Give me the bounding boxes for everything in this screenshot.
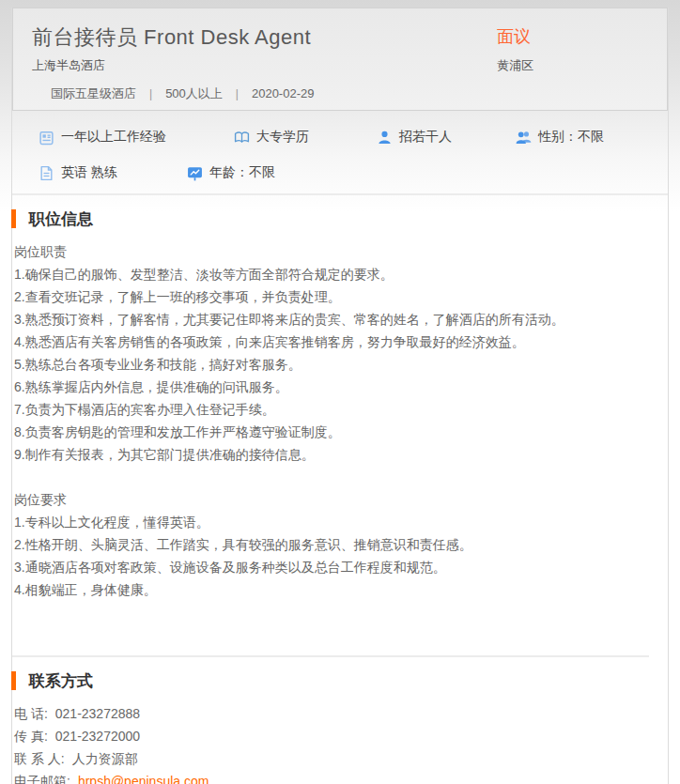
- requirement-line: 2.性格开朗、头脑灵活、工作踏实，具有较强的服务意识、推销意识和责任感。: [14, 533, 668, 556]
- section-title-text: 联系方式: [29, 670, 93, 692]
- language-icon: [39, 165, 54, 181]
- tag-row-2: 英语 熟练 年龄：不限: [39, 161, 668, 185]
- contact-person-value: 人力资源部: [72, 751, 138, 766]
- tag-gender: 性别：不限: [516, 129, 604, 146]
- duty-line: 8.负责客房钥匙的管理和发放工作并严格遵守验证制度。: [14, 421, 668, 443]
- post-date: 2020-02-29: [252, 86, 315, 100]
- blank-line: [14, 466, 668, 488]
- duty-line: 9.制作有关报表，为其它部门提供准确的接待信息。: [14, 443, 668, 466]
- company-size: 500人以上: [165, 86, 223, 100]
- requirements-heading: 岗位要求: [14, 488, 668, 511]
- fax-value: 021-23272000: [55, 729, 140, 744]
- phone-value: 021-23272888: [55, 706, 140, 721]
- requirement-line: 4.相貌端正，身体健康。: [14, 578, 668, 601]
- gender-icon: [516, 130, 532, 146]
- duty-line: 4.熟悉酒店有关客房销售的各项政策，向来店宾客推销客房，努力争取最好的经济效益。: [14, 331, 668, 353]
- job-detail-page: { "header": { "title": "前台接待员 Front Desk…: [0, 0, 680, 784]
- email-row: 电子邮箱:hrpsh@peninsula.com: [14, 770, 668, 784]
- duty-line: 3.熟悉预订资料，了解客情，尤其要记住即将来店的贵宾、常客的姓名，了解酒店的所有…: [14, 308, 668, 331]
- section-title-text: 职位信息: [29, 208, 93, 230]
- section-spacer: [12, 601, 668, 655]
- duties-heading: 岗位职责: [14, 240, 668, 263]
- duty-line: 2.查看交班记录，了解上一班的移交事项，并负责处理。: [14, 285, 668, 308]
- section-accent-bar: [11, 209, 16, 228]
- company-meta: 国际五星级酒店|500人以上|2020-02-29: [51, 85, 314, 102]
- headcount-icon: [377, 130, 393, 146]
- district-text: 黄浦区: [497, 57, 533, 74]
- job-header: 前台接待员 Front Desk Agent 面议 上海半岛酒店 黄浦区 国际五…: [12, 8, 668, 111]
- meta-separator: |: [136, 87, 165, 100]
- age-icon: [187, 165, 203, 181]
- meta-separator: |: [223, 87, 252, 100]
- tag-label: 大专学历: [256, 129, 309, 146]
- email-link[interactable]: hrpsh@peninsula.com: [78, 774, 209, 784]
- tag-label: 一年以上工作经验: [61, 129, 166, 146]
- tag-label: 性别：不限: [538, 129, 604, 146]
- duty-line: 7.负责为下榻酒店的宾客办理入住登记手续。: [14, 398, 668, 421]
- tag-row-1: 一年以上工作经验 大专学历 招若干人 性别：不限: [39, 125, 668, 149]
- contact-person-row: 联 系 人:人力资源部: [14, 747, 668, 770]
- requirement-tags: 一年以上工作经验 大专学历 招若干人 性别：不限: [12, 111, 668, 195]
- duty-line: 5.熟练总台各项专业业务和技能，搞好对客服务。: [14, 353, 668, 376]
- section-divider: [12, 655, 649, 657]
- salary-text: 面议: [497, 25, 531, 48]
- tag-headcount: 招若干人: [377, 129, 516, 146]
- tag-label: 招若干人: [399, 129, 452, 146]
- fax-label: 传 真:: [14, 729, 48, 744]
- tag-label: 英语 熟练: [61, 164, 117, 181]
- duty-line: 6.熟练掌握店内外信息，提供准确的问讯服务。: [14, 376, 668, 398]
- contact-info: 电 话:021-23272888 传 真:021-23272000 联 系 人:…: [14, 702, 668, 784]
- company-name: 上海半岛酒店: [32, 57, 105, 74]
- experience-icon: [39, 130, 54, 146]
- job-info-section-title: 职位信息: [12, 208, 668, 229]
- tag-language: 英语 熟练: [39, 164, 187, 181]
- tag-experience: 一年以上工作经验: [39, 129, 234, 146]
- company-type: 国际五星级酒店: [51, 86, 136, 100]
- content-card: 前台接待员 Front Desk Agent 面议 上海半岛酒店 黄浦区 国际五…: [11, 8, 669, 784]
- contact-person-label: 联 系 人:: [14, 751, 65, 766]
- requirement-line: 1.专科以上文化程度，懂得英语。: [14, 511, 668, 533]
- duty-line: 1.确保自己的服饰、发型整洁、淡妆等方面全部符合规定的要求。: [14, 263, 668, 285]
- contact-section-title: 联系方式: [12, 670, 668, 691]
- phone-label: 电 话:: [14, 706, 48, 721]
- requirement-line: 3.通晓酒店各项对客政策、设施设备及服务种类以及总台工作程度和规范。: [14, 556, 668, 578]
- tag-education: 大专学历: [234, 129, 377, 146]
- job-title: 前台接待员 Front Desk Agent: [32, 23, 311, 52]
- phone-row: 电 话:021-23272888: [14, 702, 668, 725]
- fax-row: 传 真:021-23272000: [14, 725, 668, 747]
- education-icon: [234, 130, 250, 146]
- job-description: 岗位职责 1.确保自己的服饰、发型整洁、淡妆等方面全部符合规定的要求。 2.查看…: [14, 240, 668, 601]
- tag-label: 年龄：不限: [209, 164, 275, 181]
- email-label: 电子邮箱:: [14, 774, 70, 784]
- section-accent-bar: [11, 671, 16, 690]
- tag-age: 年龄：不限: [187, 164, 275, 181]
